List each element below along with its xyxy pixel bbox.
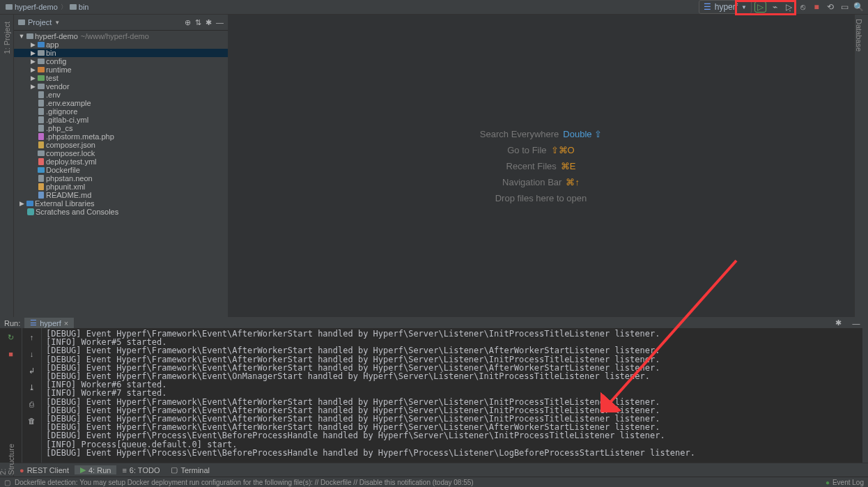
library-icon bbox=[26, 201, 33, 206]
expand-all-icon[interactable]: ⇅ bbox=[195, 18, 201, 27]
folder-icon bbox=[38, 84, 45, 89]
chevron-right-icon[interactable]: ▶ bbox=[29, 83, 36, 90]
project-header-title: Project bbox=[28, 18, 52, 26]
tree-file-phpunit[interactable]: phpunit.xml bbox=[14, 183, 228, 191]
tree-file-composer-lock[interactable]: composer.lock bbox=[14, 149, 228, 157]
event-log-button[interactable]: ● Event Log bbox=[826, 479, 864, 486]
tree-file-env[interactable]: .env bbox=[14, 91, 228, 99]
chevron-right-icon[interactable]: ▶ bbox=[29, 58, 36, 65]
bottom-tab-rest[interactable]: ●REST Client bbox=[14, 466, 75, 474]
tree-label: .gitlab-ci.yml bbox=[46, 116, 88, 124]
run-tab-hyperf[interactable]: ☰ hyperf × bbox=[24, 318, 74, 328]
bottom-tab-terminal[interactable]: ▢Terminal bbox=[165, 465, 215, 474]
update-project-icon[interactable]: ⟲ bbox=[825, 1, 836, 13]
folder-icon bbox=[26, 33, 33, 39]
docker-file-icon bbox=[38, 167, 45, 173]
database-toolwindow-tab[interactable]: Database bbox=[855, 19, 863, 52]
debug-icon[interactable]: ⌁ bbox=[769, 1, 780, 13]
folder-icon bbox=[38, 75, 45, 81]
tree-label: .php_cs bbox=[46, 124, 73, 132]
bottom-tab-run[interactable]: ▶4: Run bbox=[75, 465, 116, 474]
clear-icon[interactable]: 🗑 bbox=[26, 415, 38, 427]
stop-button[interactable]: ■ bbox=[811, 1, 822, 13]
tree-folder-test[interactable]: ▶test bbox=[14, 74, 228, 82]
console-output[interactable]: [DEBUG] Event Hyperf\Framework\Event\Aft… bbox=[42, 328, 862, 463]
chevron-right-icon[interactable]: ▶ bbox=[29, 49, 36, 56]
tree-file-gitlab-ci[interactable]: .gitlab-ci.yml bbox=[14, 116, 228, 124]
scroll-to-end-icon[interactable]: ⤓ bbox=[26, 381, 38, 394]
tree-folder-config[interactable]: ▶config bbox=[14, 57, 228, 65]
bottom-tab-label: REST Client bbox=[27, 466, 69, 474]
up-icon[interactable]: ↑ bbox=[26, 331, 38, 343]
hint-drop: Drop files here to open bbox=[495, 193, 587, 203]
run-config-selector[interactable]: ☰ hyperf ▼ bbox=[699, 0, 752, 14]
lock-file-icon bbox=[38, 150, 45, 156]
breadcrumb-root-label: hyperf-demo bbox=[15, 3, 58, 11]
project-toolwindow-tab[interactable]: 1: Project bbox=[3, 22, 11, 54]
tree-file-gitignore[interactable]: .gitignore bbox=[14, 107, 228, 116]
tree-file-php-cs[interactable]: .php_cs bbox=[14, 124, 228, 132]
folder-icon bbox=[18, 20, 25, 25]
tree-file-composer-json[interactable]: composer.json bbox=[14, 141, 228, 149]
gear-icon[interactable]: ✱ bbox=[832, 317, 844, 330]
tree-label: composer.lock bbox=[46, 149, 95, 157]
print-icon[interactable]: ⎙ bbox=[26, 398, 38, 410]
tree-file-deploy-test[interactable]: deploy.test.yml bbox=[14, 157, 228, 166]
chevron-down-icon[interactable]: ▼ bbox=[18, 33, 25, 40]
locate-icon[interactable]: ⊕ bbox=[185, 18, 191, 27]
tree-file-phpstorm-meta[interactable]: .phpstorm.meta.php bbox=[14, 132, 228, 141]
status-message: Dockerfile detection: You may setup Dock… bbox=[15, 479, 474, 486]
wrap-icon[interactable]: ↲ bbox=[26, 364, 38, 377]
stop-icon[interactable]: ■ bbox=[5, 348, 17, 360]
bottom-tool-bar: ●REST Client ▶4: Run ≡6: TODO ▢Terminal bbox=[14, 463, 868, 477]
search-everywhere-icon[interactable]: 🔍 bbox=[853, 1, 864, 13]
status-icon[interactable]: ▢ bbox=[4, 479, 10, 486]
chevron-right-icon[interactable]: ▶ bbox=[29, 75, 36, 82]
tree-root[interactable]: ▼ hyperf-demo ~/www/hyperf-demo bbox=[14, 32, 228, 40]
rerun-icon[interactable]: ↻ bbox=[5, 331, 17, 343]
structure-tab[interactable]: 2: Structure bbox=[0, 444, 15, 475]
editor-empty-state: Search Everywhere Double ⇧ Go to File ⇧⌘… bbox=[228, 15, 854, 317]
run-config-name: hyperf bbox=[715, 2, 738, 12]
run-tool-col2: ↑ ↓ ↲ ⤓ ⎙ 🗑 bbox=[22, 328, 42, 463]
php-icon: ☰ bbox=[30, 318, 37, 327]
console-scrollbar[interactable] bbox=[862, 328, 868, 463]
minimize-icon[interactable]: — bbox=[850, 317, 862, 330]
gear-icon[interactable]: ✱ bbox=[206, 18, 212, 27]
breadcrumb-child[interactable]: bin bbox=[70, 3, 89, 11]
tree-file-dockerfile[interactable]: Dockerfile bbox=[14, 166, 228, 174]
tree-scratches[interactable]: Scratches and Consoles bbox=[14, 208, 228, 216]
tree-folder-app[interactable]: ▶app bbox=[14, 40, 228, 49]
run-with-coverage-icon[interactable]: ▷̣ bbox=[783, 1, 794, 13]
folder-icon bbox=[6, 4, 13, 10]
run-icon: ▶ bbox=[80, 465, 86, 474]
event-log-label: Event Log bbox=[832, 479, 864, 486]
ide-settings-icon[interactable]: ▭ bbox=[839, 1, 850, 13]
chevron-right-icon[interactable]: ▶ bbox=[18, 200, 25, 207]
chevron-down-icon[interactable]: ▼ bbox=[54, 20, 60, 26]
tree-file-phpstan[interactable]: phpstan.neon bbox=[14, 174, 228, 183]
run-panel: Run: ☰ hyperf × ✱ — ↻ ■ ↑ ↓ ↲ ⤓ ⎙ 🗑 [DEB… bbox=[0, 317, 868, 463]
breadcrumb: hyperf-demo 〉 bin bbox=[0, 3, 88, 12]
tree-folder-runtime[interactable]: ▶runtime bbox=[14, 65, 228, 74]
tree-folder-vendor[interactable]: ▶vendor bbox=[14, 82, 228, 91]
scratches-icon bbox=[27, 208, 34, 215]
tree-file-readme[interactable]: README.md bbox=[14, 191, 228, 199]
rest-icon: ● bbox=[20, 466, 24, 474]
chevron-right-icon[interactable]: ▶ bbox=[29, 41, 36, 48]
tree-label: Scratches and Consoles bbox=[36, 208, 118, 216]
attach-debugger-icon[interactable]: ⎋ bbox=[797, 1, 808, 13]
down-icon[interactable]: ↓ bbox=[26, 348, 38, 360]
chevron-right-icon[interactable]: ▶ bbox=[29, 66, 36, 73]
breadcrumb-root[interactable]: hyperf-demo bbox=[6, 3, 58, 11]
tree-external-libraries[interactable]: ▶External Libraries bbox=[14, 199, 228, 208]
close-icon[interactable]: × bbox=[64, 319, 68, 327]
tree-file-env-example[interactable]: .env.example bbox=[14, 99, 228, 107]
bottom-tab-todo[interactable]: ≡6: TODO bbox=[116, 466, 165, 474]
tree-folder-bin[interactable]: ▶bin bbox=[14, 49, 228, 57]
minimize-icon[interactable]: — bbox=[216, 18, 224, 27]
run-button[interactable]: ▷ bbox=[754, 1, 766, 13]
tree-root-path: ~/www/hyperf-demo bbox=[81, 32, 149, 40]
tree-label: .env bbox=[46, 91, 61, 99]
project-tree[interactable]: ▼ hyperf-demo ~/www/hyperf-demo ▶app ▶bi… bbox=[14, 31, 228, 317]
